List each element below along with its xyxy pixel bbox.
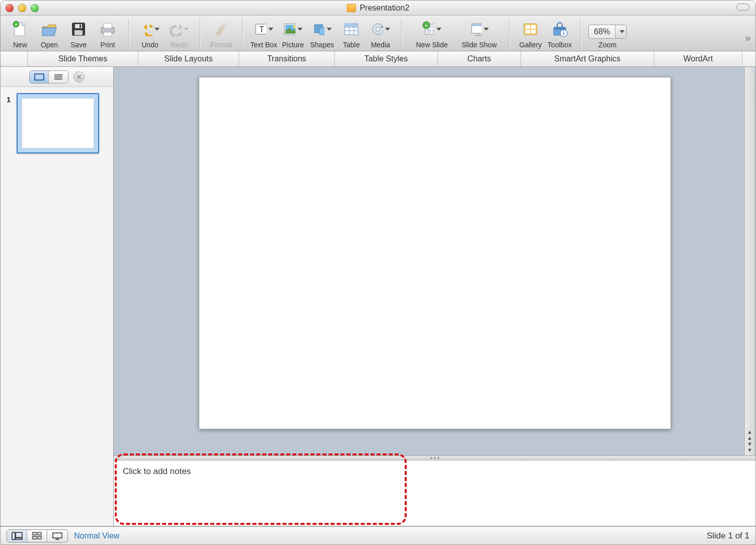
slide-canvas-area[interactable]: ▲ ▲ ▼ ▼ (114, 67, 755, 455)
notes-splitter[interactable] (114, 455, 755, 460)
thumbnails-list[interactable]: 1 (1, 87, 113, 526)
svg-rect-39 (554, 27, 566, 30)
new-slide-button[interactable]: + New Slide (409, 20, 455, 49)
svg-rect-51 (33, 536, 36, 539)
svg-text:+: + (15, 22, 18, 27)
window-title-area: Presentation2 (1, 4, 755, 13)
svg-rect-16 (320, 28, 325, 35)
toolbar-divider (242, 19, 243, 49)
close-panel-button[interactable]: ✕ (73, 71, 85, 83)
toolbox-button[interactable]: i Toolbox (546, 20, 573, 49)
textbox-icon: T (254, 20, 273, 39)
zoom-value[interactable]: 68% (589, 27, 615, 36)
new-button[interactable]: + New (7, 20, 34, 49)
svg-rect-36 (525, 30, 530, 33)
main-toolbar: + New Open Save Print (1, 16, 755, 51)
slideshow-icon (470, 20, 489, 39)
media-icon (371, 20, 390, 39)
sorter-view-button[interactable] (27, 530, 47, 542)
annotation-callout (115, 453, 407, 525)
thumbnail-number: 1 (7, 93, 14, 153)
toolbar-toggle-button[interactable] (736, 4, 749, 11)
ribbon-spacer (1, 51, 28, 66)
svg-rect-52 (38, 536, 41, 539)
zoom-dropdown-button[interactable] (615, 25, 626, 38)
tab-slide-layouts[interactable]: Slide Layouts (138, 51, 239, 66)
toolbar-divider (509, 19, 510, 49)
undo-icon (140, 20, 160, 39)
thumbnails-icon (34, 73, 44, 81)
svg-rect-28 (432, 29, 434, 33)
svg-rect-48 (16, 538, 22, 539)
tab-table-styles[interactable]: Table Styles (335, 51, 438, 66)
notes-placeholder: Click to add notes (123, 466, 191, 476)
svg-rect-37 (531, 30, 536, 33)
new-icon: + (11, 20, 30, 39)
picture-button[interactable]: Picture (279, 20, 307, 49)
shapes-button[interactable]: Shapes (309, 20, 336, 49)
notes-pane[interactable]: Click to add notes (114, 460, 755, 526)
svg-rect-35 (531, 25, 536, 29)
toolbar-divider (128, 19, 129, 49)
shapes-icon (313, 20, 332, 39)
slide-counter: Slide 1 of 1 (707, 531, 749, 541)
toolbar-divider (401, 19, 402, 49)
scroll-down-double-icon: ▼ (747, 447, 752, 452)
svg-rect-8 (104, 23, 112, 28)
window-title: Presentation2 (360, 4, 410, 13)
svg-rect-9 (104, 32, 112, 36)
slide-canvas[interactable] (199, 77, 671, 429)
thumbnails-view-button[interactable] (30, 71, 49, 83)
slideshow-view-button[interactable] (47, 530, 67, 542)
tab-slide-themes[interactable]: Slide Themes (28, 51, 138, 66)
slides-panel-toolbar: ✕ (1, 67, 113, 87)
svg-point-24 (376, 27, 380, 31)
svg-rect-42 (35, 74, 44, 80)
textbox-button[interactable]: T Text Box (250, 20, 277, 49)
svg-rect-22 (345, 24, 358, 27)
undo-button[interactable]: Undo (136, 20, 164, 49)
save-icon (69, 20, 88, 39)
scroll-down-icon: ▼ (747, 441, 752, 446)
tab-transitions[interactable]: Transitions (239, 51, 335, 66)
normal-view-button[interactable] (7, 530, 27, 542)
open-icon (40, 20, 59, 39)
zoom-control: 68% Zoom (588, 25, 627, 49)
workarea: ✕ 1 ▲ ▲ ▼ ▼ (1, 67, 755, 526)
tab-charts[interactable]: Charts (438, 51, 521, 66)
save-button[interactable]: Save (65, 20, 92, 49)
print-button[interactable]: Print (94, 20, 121, 49)
svg-text:T: T (259, 25, 264, 34)
print-icon (98, 20, 117, 39)
vertical-scrollbar[interactable]: ▲ ▲ ▼ ▼ (744, 67, 754, 455)
scroll-up-icon: ▲ (747, 435, 752, 440)
slide-thumbnail-1[interactable]: 1 (7, 93, 107, 153)
table-icon (342, 20, 361, 39)
toolbar-overflow-button[interactable]: » (745, 32, 750, 44)
new-slide-icon: + (422, 20, 441, 39)
panel-view-toggle (29, 70, 68, 84)
outline-view-button[interactable] (49, 71, 68, 83)
outline-icon (53, 73, 63, 81)
svg-rect-53 (53, 533, 62, 538)
slideshow-button[interactable]: Slide Show (457, 20, 502, 49)
toolbar-divider (580, 19, 581, 49)
toolbar-divider (200, 19, 201, 49)
svg-rect-47 (16, 532, 22, 537)
tab-smartart[interactable]: SmartArt Graphics (521, 51, 654, 66)
gallery-button[interactable]: Gallery (517, 20, 544, 49)
table-button[interactable]: Table (338, 20, 365, 49)
titlebar: Presentation2 (1, 1, 755, 16)
format-icon (212, 20, 231, 39)
picture-icon (283, 20, 303, 39)
svg-rect-49 (33, 532, 36, 535)
format-button[interactable]: Format (208, 20, 235, 49)
open-button[interactable]: Open (36, 20, 63, 49)
redo-button[interactable]: Redo (166, 20, 193, 49)
tab-wordart[interactable]: WordArt (654, 51, 742, 66)
scroll-up-double-icon: ▲ (747, 429, 752, 434)
svg-rect-5 (80, 25, 81, 28)
editor-column: ▲ ▲ ▼ ▼ Click to add notes (114, 67, 755, 526)
svg-text:+: + (425, 22, 428, 28)
media-button[interactable]: Media (367, 20, 394, 49)
